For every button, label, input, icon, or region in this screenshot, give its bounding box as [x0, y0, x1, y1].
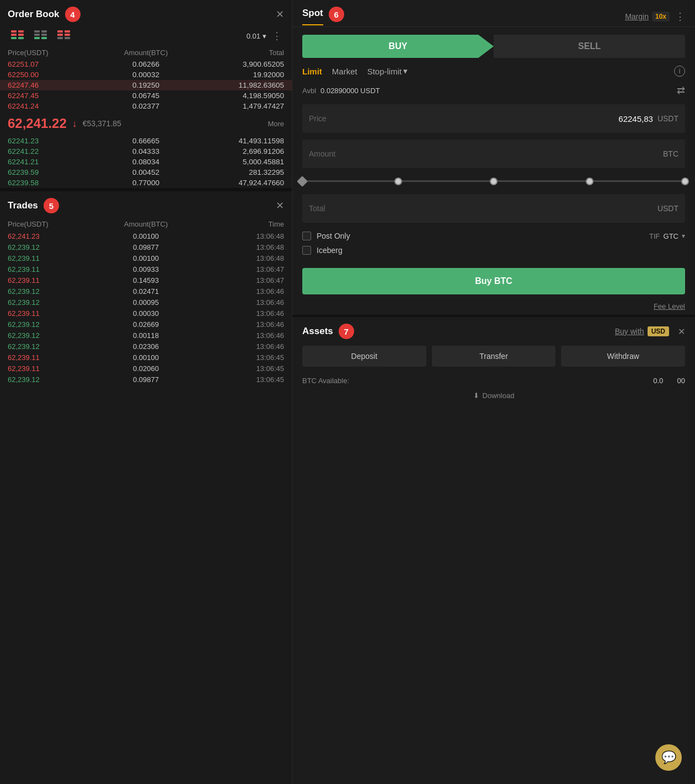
- usd-badge[interactable]: USD: [648, 326, 669, 336]
- btc-available-value: 0.0 00: [653, 377, 685, 385]
- swap-icon[interactable]: ⇄: [677, 84, 685, 96]
- trades-header: Trades 5 ✕: [0, 191, 292, 218]
- post-only-checkbox[interactable]: [302, 232, 311, 240]
- trade-row[interactable]: 62,239.11 0.00933 13:06:47: [0, 264, 292, 275]
- ob-view-buy[interactable]: [31, 29, 51, 43]
- trade-row[interactable]: 62,239.12 0.02306 13:06:46: [0, 341, 292, 352]
- avbl-value: 0.02890000 USDT: [320, 87, 380, 95]
- download-row[interactable]: ⬇ Download: [302, 387, 685, 404]
- trade-row[interactable]: 62,239.12 0.00095 13:06:46: [0, 297, 292, 308]
- sell-button[interactable]: SELL: [494, 35, 685, 58]
- svg-rect-6: [34, 30, 40, 33]
- total-label: Total: [309, 204, 325, 213]
- transfer-button[interactable]: Transfer: [432, 346, 556, 367]
- trades-close[interactable]: ✕: [276, 200, 284, 212]
- ob-view-both[interactable]: [8, 29, 28, 43]
- left-panel: Order Book 4 ✕: [0, 0, 292, 784]
- withdraw-button[interactable]: Withdraw: [561, 346, 685, 367]
- buy-with-row: Buy with USD: [615, 326, 669, 336]
- ob-buy-row[interactable]: 62239.59 0.00452 281.32295: [0, 167, 292, 178]
- buy-with-link[interactable]: Buy with: [615, 327, 644, 336]
- trade-row[interactable]: 62,239.12 0.00118 13:06:46: [0, 330, 292, 341]
- buy-btc-button[interactable]: Buy BTC: [302, 268, 685, 294]
- trade-row[interactable]: 62,239.11 0.02060 13:06:45: [0, 363, 292, 374]
- total-currency: USDT: [657, 204, 678, 213]
- trade-row[interactable]: 62,239.12 0.09877 13:06:48: [0, 241, 292, 253]
- ob-sell-row[interactable]: 62250.00 0.00032 19.92000: [0, 69, 292, 80]
- ob-sell-row[interactable]: 62241.24 0.02377 1,479.47427: [0, 101, 292, 111]
- iceberg-label: Iceberg: [317, 246, 343, 255]
- trade-row[interactable]: 62,239.12 0.02669 13:06:46: [0, 319, 292, 330]
- amount-slider[interactable]: [302, 177, 685, 185]
- ob-mid-more[interactable]: More: [268, 120, 284, 128]
- tif-value: GTC: [664, 232, 678, 240]
- order-type-market[interactable]: Market: [332, 67, 357, 76]
- ob-column-headers: Price(USDT) Amount(BTC) Total: [0, 47, 292, 59]
- svg-rect-11: [41, 37, 47, 39]
- ob-mid-price-row: 62,241.22 ↓ €53,371.85 More: [0, 111, 292, 136]
- slider-mark-50[interactable]: [490, 178, 498, 185]
- order-type-limit[interactable]: Limit: [302, 67, 322, 76]
- header-more-icon[interactable]: ⋮: [675, 10, 685, 23]
- slider-mark-75[interactable]: [586, 178, 594, 185]
- fee-level-link[interactable]: Fee Level: [654, 302, 685, 310]
- ob-view-sell[interactable]: [54, 29, 74, 43]
- total-field[interactable]: Total USDT: [302, 194, 685, 223]
- ob-sell-row[interactable]: 62247.46 0.19250 11,982.63605: [0, 80, 292, 90]
- svg-rect-5: [18, 37, 24, 39]
- avbl-row: Avbl 0.02890000 USDT ⇄: [292, 80, 695, 101]
- ob-buy-row[interactable]: 62241.23 0.66665 41,493.11598: [0, 136, 292, 146]
- ob-buy-row[interactable]: 62239.58 0.77000 47,924.47660: [0, 178, 292, 188]
- slider-track: [302, 180, 685, 182]
- ob-buy-row[interactable]: 62241.21 0.08034 5,000.45881: [0, 157, 292, 167]
- price-label: Price: [309, 114, 327, 123]
- trade-row[interactable]: 62,239.11 0.00100 13:06:45: [0, 352, 292, 363]
- svg-rect-3: [18, 30, 24, 33]
- ob-sell-row[interactable]: 62247.45 0.06745 4,198.59050: [0, 90, 292, 101]
- order-type-info[interactable]: i: [674, 66, 685, 77]
- trades-list: 62,241.23 0.00100 13:06:48 62,239.12 0.0…: [0, 230, 292, 784]
- iceberg-checkbox[interactable]: [302, 246, 311, 255]
- slider-mark-100[interactable]: [681, 178, 689, 185]
- ob-more-options[interactable]: ⋮: [270, 30, 284, 42]
- slider-handle[interactable]: [297, 176, 308, 187]
- amount-field[interactable]: Amount BTC: [302, 139, 685, 168]
- order-book-close[interactable]: ✕: [276, 8, 284, 20]
- chat-button[interactable]: 💬: [655, 744, 682, 771]
- assets-badge: 7: [339, 324, 354, 339]
- svg-rect-14: [57, 37, 63, 39]
- leverage-badge: 10x: [652, 12, 670, 22]
- trade-row[interactable]: 62,239.12 0.02471 13:06:46: [0, 286, 292, 297]
- svg-rect-10: [41, 34, 47, 36]
- deposit-button[interactable]: Deposit: [302, 346, 426, 367]
- assets-header: Assets 7 Buy with USD ✕: [302, 324, 685, 339]
- order-options: Post Only TIF GTC ▾ Iceberg: [292, 226, 695, 260]
- margin-link[interactable]: Margin: [625, 12, 649, 21]
- tif-chevron-icon[interactable]: ▾: [682, 232, 685, 240]
- ob-decimal-selector[interactable]: 0.01 ▾: [247, 32, 266, 40]
- slider-mark-25[interactable]: [394, 178, 402, 185]
- order-book-panel: Order Book 4 ✕: [0, 0, 292, 191]
- spot-tab[interactable]: Spot: [302, 8, 323, 25]
- avbl-label: Avbl: [302, 87, 316, 95]
- ob-sell-rows: 62251.07 0.06266 3,900.65205 62250.00 0.…: [0, 59, 292, 111]
- trade-row[interactable]: 62,239.11 0.00100 13:06:48: [0, 253, 292, 264]
- order-type-stop-limit[interactable]: Stop-limit ▾: [367, 66, 408, 76]
- spot-header: Spot 6 Margin 10x ⋮: [292, 0, 695, 27]
- trade-row[interactable]: 62,241.23 0.00100 13:06:48: [0, 230, 292, 241]
- ob-sell-row[interactable]: 62251.07 0.06266 3,900.65205: [0, 59, 292, 69]
- assets-close-icon[interactable]: ✕: [678, 326, 685, 337]
- spot-badge: 6: [329, 7, 344, 22]
- trade-row[interactable]: 62,239.12 0.09877 13:06:45: [0, 374, 292, 385]
- ob-buy-row[interactable]: 62241.22 0.04333 2,696.91206: [0, 146, 292, 157]
- btc-available-row: BTC Available: 0.0 00: [302, 374, 685, 387]
- trade-row[interactable]: 62,239.11 0.14593 13:06:47: [0, 275, 292, 286]
- svg-rect-0: [11, 30, 17, 33]
- trade-row[interactable]: 62,239.11 0.00030 13:06:46: [0, 308, 292, 319]
- order-book-title: Order Book: [8, 9, 60, 20]
- buy-button[interactable]: BUY: [302, 35, 494, 58]
- svg-rect-9: [41, 30, 47, 33]
- price-field[interactable]: Price 62245,83 USDT: [302, 104, 685, 133]
- fee-level-row: Fee Level: [292, 302, 695, 315]
- order-type-row: Limit Market Stop-limit ▾ i: [292, 58, 695, 80]
